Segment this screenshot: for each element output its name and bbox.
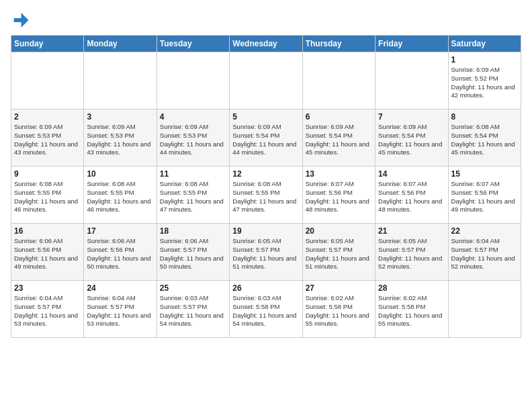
- day-number: 24: [87, 283, 153, 293]
- calendar-cell: 19Sunrise: 6:05 AM Sunset: 5:57 PM Dayli…: [230, 224, 302, 281]
- day-info: Sunrise: 6:09 AM Sunset: 5:53 PM Dayligh…: [87, 123, 153, 157]
- day-number: 19: [232, 226, 299, 236]
- weekday-header-friday: Friday: [375, 36, 448, 52]
- day-number: 28: [378, 283, 445, 293]
- day-info: Sunrise: 6:07 AM Sunset: 5:56 PM Dayligh…: [378, 180, 445, 214]
- day-info: Sunrise: 6:09 AM Sunset: 5:53 PM Dayligh…: [160, 123, 226, 157]
- day-info: Sunrise: 6:09 AM Sunset: 5:52 PM Dayligh…: [451, 66, 518, 100]
- page-header: [11, 11, 521, 30]
- day-info: Sunrise: 6:08 AM Sunset: 5:55 PM Dayligh…: [87, 180, 153, 214]
- calendar-cell: 11Sunrise: 6:08 AM Sunset: 5:55 PM Dayli…: [157, 167, 229, 224]
- weekday-header-thursday: Thursday: [302, 36, 375, 52]
- calendar-cell: [230, 52, 302, 109]
- day-info: Sunrise: 6:08 AM Sunset: 5:55 PM Dayligh…: [14, 180, 81, 214]
- calendar-cell: 20Sunrise: 6:05 AM Sunset: 5:57 PM Dayli…: [302, 224, 375, 281]
- day-number: 16: [14, 226, 81, 236]
- calendar-cell: 1Sunrise: 6:09 AM Sunset: 5:52 PM Daylig…: [448, 52, 521, 109]
- day-info: Sunrise: 6:09 AM Sunset: 5:54 PM Dayligh…: [378, 123, 445, 157]
- day-number: 12: [232, 169, 299, 179]
- day-number: 20: [306, 226, 372, 236]
- calendar-cell: 23Sunrise: 6:04 AM Sunset: 5:57 PM Dayli…: [11, 281, 84, 338]
- day-info: Sunrise: 6:05 AM Sunset: 5:57 PM Dayligh…: [232, 237, 299, 271]
- day-number: 6: [306, 112, 372, 122]
- day-number: 27: [306, 283, 372, 293]
- day-info: Sunrise: 6:06 AM Sunset: 5:57 PM Dayligh…: [160, 237, 226, 271]
- day-number: 13: [306, 169, 372, 179]
- calendar-table: SundayMondayTuesdayWednesdayThursdayFrid…: [11, 35, 521, 338]
- calendar-cell: 13Sunrise: 6:07 AM Sunset: 5:56 PM Dayli…: [302, 167, 375, 224]
- calendar-cell: [448, 281, 521, 338]
- calendar-cell: 28Sunrise: 6:02 AM Sunset: 5:58 PM Dayli…: [375, 281, 448, 338]
- calendar-week-row: 23Sunrise: 6:04 AM Sunset: 5:57 PM Dayli…: [11, 281, 521, 338]
- day-info: Sunrise: 6:03 AM Sunset: 5:57 PM Dayligh…: [160, 294, 226, 328]
- day-number: 22: [451, 226, 518, 236]
- day-info: Sunrise: 6:08 AM Sunset: 5:55 PM Dayligh…: [232, 180, 299, 214]
- weekday-header-wednesday: Wednesday: [230, 36, 302, 52]
- calendar-cell: 10Sunrise: 6:08 AM Sunset: 5:55 PM Dayli…: [84, 167, 157, 224]
- day-number: 23: [14, 283, 81, 293]
- calendar-week-row: 16Sunrise: 6:06 AM Sunset: 5:56 PM Dayli…: [11, 224, 521, 281]
- day-number: 2: [14, 112, 81, 122]
- day-number: 5: [232, 112, 299, 122]
- day-info: Sunrise: 6:09 AM Sunset: 5:53 PM Dayligh…: [14, 123, 81, 157]
- calendar-cell: 14Sunrise: 6:07 AM Sunset: 5:56 PM Dayli…: [375, 167, 448, 224]
- day-info: Sunrise: 6:05 AM Sunset: 5:57 PM Dayligh…: [306, 237, 372, 271]
- calendar-cell: 7Sunrise: 6:09 AM Sunset: 5:54 PM Daylig…: [375, 109, 448, 167]
- day-info: Sunrise: 6:04 AM Sunset: 5:57 PM Dayligh…: [14, 294, 81, 328]
- day-info: Sunrise: 6:09 AM Sunset: 5:54 PM Dayligh…: [232, 123, 299, 157]
- calendar-cell: 27Sunrise: 6:02 AM Sunset: 5:58 PM Dayli…: [302, 281, 375, 338]
- day-number: 15: [451, 169, 518, 179]
- calendar-cell: 9Sunrise: 6:08 AM Sunset: 5:55 PM Daylig…: [11, 167, 84, 224]
- calendar-cell: [157, 52, 229, 109]
- calendar-cell: 16Sunrise: 6:06 AM Sunset: 5:56 PM Dayli…: [11, 224, 84, 281]
- day-number: 18: [160, 226, 226, 236]
- calendar-cell: 6Sunrise: 6:09 AM Sunset: 5:54 PM Daylig…: [302, 109, 375, 167]
- calendar-cell: 17Sunrise: 6:06 AM Sunset: 5:56 PM Dayli…: [84, 224, 157, 281]
- calendar-cell: 5Sunrise: 6:09 AM Sunset: 5:54 PM Daylig…: [230, 109, 302, 167]
- day-info: Sunrise: 6:04 AM Sunset: 5:57 PM Dayligh…: [87, 294, 153, 328]
- calendar-cell: 12Sunrise: 6:08 AM Sunset: 5:55 PM Dayli…: [230, 167, 302, 224]
- day-number: 11: [160, 169, 226, 179]
- calendar-week-row: 2Sunrise: 6:09 AM Sunset: 5:53 PM Daylig…: [11, 109, 521, 167]
- day-info: Sunrise: 6:02 AM Sunset: 5:58 PM Dayligh…: [306, 294, 372, 328]
- calendar-cell: [84, 52, 157, 109]
- calendar-cell: 15Sunrise: 6:07 AM Sunset: 5:56 PM Dayli…: [448, 167, 521, 224]
- day-info: Sunrise: 6:09 AM Sunset: 5:54 PM Dayligh…: [306, 123, 372, 157]
- day-info: Sunrise: 6:07 AM Sunset: 5:56 PM Dayligh…: [451, 180, 518, 214]
- day-number: 9: [14, 169, 81, 179]
- calendar-cell: 26Sunrise: 6:03 AM Sunset: 5:58 PM Dayli…: [230, 281, 302, 338]
- day-info: Sunrise: 6:07 AM Sunset: 5:56 PM Dayligh…: [306, 180, 372, 214]
- day-info: Sunrise: 6:04 AM Sunset: 5:57 PM Dayligh…: [451, 237, 518, 271]
- calendar-cell: 24Sunrise: 6:04 AM Sunset: 5:57 PM Dayli…: [84, 281, 157, 338]
- weekday-header-sunday: Sunday: [11, 36, 84, 52]
- day-info: Sunrise: 6:06 AM Sunset: 5:56 PM Dayligh…: [87, 237, 153, 271]
- weekday-header-monday: Monday: [84, 36, 157, 52]
- day-number: 10: [87, 169, 153, 179]
- day-number: 4: [160, 112, 226, 122]
- day-number: 3: [87, 112, 153, 122]
- day-number: 25: [160, 283, 226, 293]
- logo-icon: [11, 11, 30, 30]
- calendar-cell: 25Sunrise: 6:03 AM Sunset: 5:57 PM Dayli…: [157, 281, 229, 338]
- day-number: 1: [451, 55, 518, 64]
- day-info: Sunrise: 6:02 AM Sunset: 5:58 PM Dayligh…: [378, 294, 445, 328]
- day-info: Sunrise: 6:08 AM Sunset: 5:54 PM Dayligh…: [451, 123, 518, 157]
- day-number: 17: [87, 226, 153, 236]
- calendar-cell: 2Sunrise: 6:09 AM Sunset: 5:53 PM Daylig…: [11, 109, 84, 167]
- day-number: 14: [378, 169, 445, 179]
- logo: [11, 11, 32, 30]
- calendar-cell: 18Sunrise: 6:06 AM Sunset: 5:57 PM Dayli…: [157, 224, 229, 281]
- calendar-cell: 21Sunrise: 6:05 AM Sunset: 5:57 PM Dayli…: [375, 224, 448, 281]
- calendar-cell: 3Sunrise: 6:09 AM Sunset: 5:53 PM Daylig…: [84, 109, 157, 167]
- calendar-week-row: 1Sunrise: 6:09 AM Sunset: 5:52 PM Daylig…: [11, 52, 521, 109]
- calendar-header-row: SundayMondayTuesdayWednesdayThursdayFrid…: [11, 36, 521, 52]
- calendar-cell: 4Sunrise: 6:09 AM Sunset: 5:53 PM Daylig…: [157, 109, 229, 167]
- weekday-header-saturday: Saturday: [448, 36, 521, 52]
- calendar-cell: [302, 52, 375, 109]
- day-info: Sunrise: 6:05 AM Sunset: 5:57 PM Dayligh…: [378, 237, 445, 271]
- calendar-cell: 8Sunrise: 6:08 AM Sunset: 5:54 PM Daylig…: [448, 109, 521, 167]
- calendar-cell: [375, 52, 448, 109]
- calendar-cell: [11, 52, 84, 109]
- calendar-week-row: 9Sunrise: 6:08 AM Sunset: 5:55 PM Daylig…: [11, 167, 521, 224]
- calendar-cell: 22Sunrise: 6:04 AM Sunset: 5:57 PM Dayli…: [448, 224, 521, 281]
